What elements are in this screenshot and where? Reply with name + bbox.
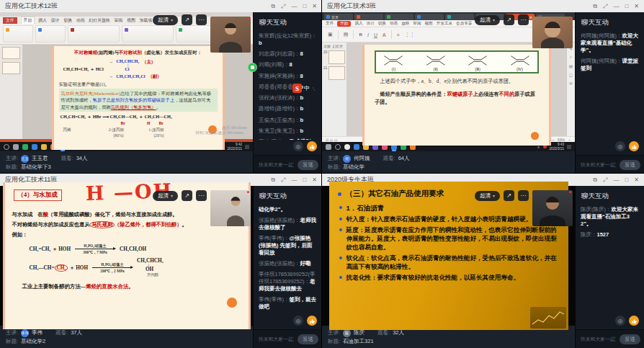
emoji-icon[interactable]: ◎ [293,316,303,326]
fullscreen-icon[interactable]: ⤢ [603,4,607,9]
more-button[interactable]: ⋯ [518,14,529,25]
taskbar-app-icon[interactable] [344,144,350,150]
titlebar[interactable]: 应用化工技术12班 ⧉ ⤢ — □ ✕ [0,0,322,12]
share-button[interactable]: ↗ [182,190,192,201]
like-icon[interactable] [629,141,639,151]
ppt-tab-animations[interactable]: 动画 [76,17,85,24]
send-button[interactable]: 发送 [298,334,318,344]
pip-icon[interactable]: ⧉ [593,4,597,9]
emoji-icon[interactable]: ◎ [615,141,625,151]
share-button[interactable]: ↗ [504,14,514,25]
taskbar-search-icon[interactable] [335,144,341,150]
maximize-button[interactable]: □ [303,4,306,9]
like-icon[interactable] [307,141,317,151]
wps-doc-tab[interactable] [354,14,383,20]
maximize-button[interactable]: □ [625,4,628,9]
menu-item[interactable]: 动画 [390,21,398,27]
more-button[interactable]: ⋯ [196,14,207,25]
close-button[interactable]: ✕ [634,4,639,9]
quality-button[interactable]: 超清▾ [153,15,178,25]
ribbon-group[interactable] [122,25,174,43]
menu-item[interactable]: 开发工具 [437,21,452,27]
quality-button[interactable]: 超清▾ [153,191,178,201]
menu-item[interactable]: 放映 [401,21,409,27]
chat-message-list[interactable]: 何阿姨(何阿姨)：欢迎大家来观看直播“基础化学”。 何阿姨(何阿姨)：课堂派签到 [576,31,644,140]
taskbar-search-icon[interactable] [4,144,9,150]
side-tool-icon[interactable]: ◻ [569,72,573,77]
floating-assistant-icon[interactable] [248,63,257,72]
titlebar[interactable]: 应用化工技术3班 ⧉ ⤢ — □ ✕ [322,0,644,12]
pip-icon[interactable]: ⧉ [593,177,597,183]
webcam-thumbnail[interactable] [210,190,251,226]
menu-item[interactable]: 切换 [378,21,386,27]
ribbon-group[interactable] [68,25,120,43]
tray-notification-icon[interactable] [567,145,571,149]
send-button[interactable]: 发送 [298,160,318,170]
quality-button[interactable]: 超清▾ [475,15,500,25]
more-button[interactable]: ⋯ [518,190,529,201]
fullscreen-icon[interactable]: ⤢ [281,4,285,9]
ribbon-group[interactable] [3,25,33,43]
chat-input[interactable] [257,161,295,168]
ppt-tab-file[interactable]: 文件 [3,17,17,24]
webcam-close-dot[interactable] [247,191,249,193]
like-icon[interactable] [629,316,639,326]
slide-thumbnail-panel[interactable]: 大纲 幻灯片 20 21 [322,43,347,136]
align-icon[interactable]: ≡ [397,32,400,37]
menu-item[interactable]: 文件 [326,21,334,27]
wps-home-tab[interactable]: 首页 [324,14,353,20]
chat-input[interactable] [257,336,295,342]
slide-thumbnail-panel[interactable] [0,45,23,139]
minimize-button[interactable]: — [291,4,297,9]
taskbar-start-icon[interactable] [326,144,331,150]
close-button[interactable]: ✕ [634,177,639,183]
ppt-tab-view[interactable]: 视图 [127,17,135,24]
new-slide-icon[interactable]: ▤ [344,32,349,37]
maximize-button[interactable]: □ [625,177,628,183]
side-tool-icon[interactable]: ⌕ [570,55,572,60]
like-icon[interactable] [307,316,317,326]
chat-input[interactable] [579,336,617,342]
bold-icon[interactable]: B [359,32,362,37]
menu-item[interactable]: 插入 [354,21,362,27]
ppt-tab-review[interactable]: 审阅 [115,17,123,24]
chat-message-list[interactable]: 础化学2”。 张振艳(张振艳)：老师我去做核酸了 李伟(李伟)：@张振艳(张振艳… [254,205,322,314]
send-button[interactable]: 发送 [620,334,640,344]
minimize-button[interactable]: — [291,177,297,183]
chat-input[interactable] [579,161,617,168]
wps-doc-tab[interactable] [445,14,474,20]
zoom-in-icon[interactable]: ＋ [568,138,571,142]
menu-item[interactable]: 审阅 [413,21,421,27]
webcam-thumbnail[interactable] [532,190,573,226]
close-button[interactable]: ✕ [312,177,317,183]
menu-item[interactable]: 设计 [367,21,375,27]
taskbar-folder-icon[interactable] [41,144,47,150]
ppt-tab-design[interactable]: 设计 [51,17,60,24]
taskbar-clock[interactable]: 9:42 2022/3/21 [228,143,242,151]
taskbar-browser-icon[interactable] [32,144,37,150]
side-tool-icon[interactable]: ▤ [569,63,573,68]
paste-icon[interactable]: ▣ [328,32,333,37]
outline-tab[interactable]: 大纲 [323,44,331,48]
fullscreen-icon[interactable]: ⤢ [603,177,607,183]
more-button[interactable]: ⋯ [196,190,207,201]
webcam-close-dot[interactable] [569,17,571,19]
font-color-icon[interactable]: A [383,32,386,37]
share-button[interactable]: ↗ [504,190,514,201]
ppt-tab-addins[interactable]: 加载项 [140,17,152,24]
taskbar-browser-icon[interactable] [354,144,359,150]
taskbar-clock[interactable]: 9:43 2022/3/21 [550,143,564,151]
sogou-icon[interactable]: S [292,84,302,93]
slide-thumbnail[interactable] [328,66,345,80]
webcam-close-dot[interactable] [247,17,249,19]
slide-thumbnail[interactable] [2,62,20,74]
ppt-tab-home[interactable]: 开始 [22,17,35,24]
webcam-close-dot[interactable] [569,191,571,193]
maximize-button[interactable]: □ [303,177,306,183]
emoji-icon[interactable]: ◎ [293,141,303,151]
slides-tab[interactable]: 幻灯片 [333,44,343,48]
menu-item[interactable]: 视图 [425,21,433,27]
zoom-out-icon[interactable]: — [551,138,555,142]
menu-item-home[interactable]: 开始 [337,21,351,27]
ppt-tab-transitions[interactable]: 切换 [63,17,72,24]
